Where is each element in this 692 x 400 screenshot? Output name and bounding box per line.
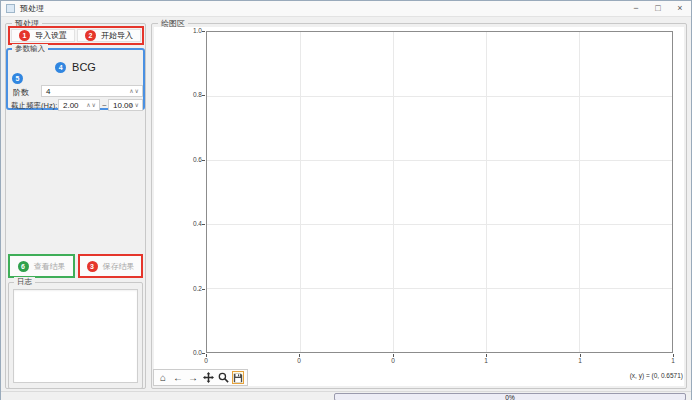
mpl-toolbar: ⌂ ← → — [153, 369, 248, 386]
zoom-icon[interactable] — [217, 371, 229, 384]
log-group: 日志 — [8, 282, 143, 389]
params-group: 参数输入 4 BCG 5 阶数 4 ∧ ∨ 截止频率(Hz): 2.00 ∧ ∨ — [6, 48, 145, 110]
y-tick — [202, 95, 205, 96]
y-tick — [202, 353, 205, 354]
app-icon — [6, 4, 15, 13]
gridline-v — [300, 32, 301, 352]
gridline-h — [207, 160, 672, 161]
params-group-label: 参数输入 — [12, 44, 48, 54]
save-results-button[interactable]: 3 保存结果 — [78, 254, 143, 278]
home-icon[interactable]: ⌂ — [157, 371, 169, 384]
signal-type-label: BCG — [72, 61, 96, 73]
import-settings-label: 导入设置 — [35, 30, 67, 41]
range-separator: ~ — [102, 101, 107, 110]
x-tick-label: 0 — [297, 357, 301, 364]
import-button-row: 1 导入设置 2 开始导入 — [8, 26, 144, 45]
maximize-button[interactable]: □ — [647, 1, 669, 17]
badge-2: 2 — [85, 30, 96, 41]
cutoff-low-spin-down-icon[interactable]: ∨ — [92, 100, 97, 111]
import-settings-button[interactable]: 1 导入设置 — [11, 29, 75, 42]
order-label: 阶数 — [13, 87, 29, 98]
save-icon[interactable] — [232, 371, 244, 384]
view-results-button[interactable]: 6 查看结果 — [8, 254, 75, 278]
x-tick-label: 0 — [391, 357, 395, 364]
minimize-button[interactable]: − — [625, 1, 647, 17]
y-tick-label: 0.0 — [184, 349, 202, 356]
start-import-label: 开始导入 — [101, 30, 133, 41]
cutoff-low-spinbox[interactable]: 2.00 ∧ ∨ — [58, 99, 100, 111]
x-tick-label: 1 — [578, 357, 582, 364]
gridline-v — [393, 32, 394, 352]
cutoff-low-value: 2.00 — [63, 101, 79, 110]
plot-axes[interactable] — [206, 31, 673, 353]
order-row: 阶数 4 ∧ ∨ — [8, 85, 143, 98]
y-tick-label: 0.6 — [184, 156, 202, 163]
badge-3: 3 — [87, 261, 98, 272]
x-tick-label: 1 — [671, 357, 675, 364]
x-tick-label: 1 — [484, 357, 488, 364]
y-tick-label: 0.8 — [184, 91, 202, 98]
titlebar: 预处理 − □ × — [1, 1, 691, 17]
x-tick-label: 0 — [204, 357, 208, 364]
save-results-label: 保存结果 — [103, 261, 135, 272]
gridline-v — [486, 32, 487, 352]
order-spinbox[interactable]: 4 ∧ ∨ — [41, 85, 143, 97]
order-spin-down-icon[interactable]: ∨ — [135, 86, 140, 97]
statusbar: 0% — [1, 391, 691, 400]
pan-icon[interactable] — [202, 371, 214, 384]
app-window: 预处理 − □ × 预处理 1 导入设置 2 开始导入 参数输入 4 BCG 5… — [0, 0, 692, 400]
gridline-h — [207, 288, 672, 289]
log-textarea[interactable] — [13, 289, 138, 383]
log-group-label: 日志 — [14, 277, 35, 287]
back-icon[interactable]: ← — [172, 371, 184, 384]
cutoff-high-spin-down-icon[interactable]: ∨ — [135, 100, 140, 111]
gridline-h — [207, 224, 672, 225]
start-import-button[interactable]: 2 开始导入 — [77, 29, 141, 42]
signal-type-row: 4 BCG — [8, 61, 143, 73]
gridline-h — [207, 96, 672, 97]
cutoff-row: 截止频率(Hz): 2.00 ∧ ∨ ~ 10.00 ∧ ∨ — [8, 99, 143, 112]
badge-4: 4 — [55, 62, 66, 73]
badge-6: 6 — [18, 261, 29, 272]
forward-icon[interactable]: → — [187, 371, 199, 384]
badge-5: 5 — [12, 73, 23, 84]
y-tick — [202, 31, 205, 32]
cutoff-label: 截止频率(Hz): — [11, 101, 57, 111]
y-tick-label: 0.4 — [184, 220, 202, 227]
cursor-coords-readout: (x, y) = (0, 0.6571) — [630, 372, 683, 379]
y-tick-label: 1.0 — [184, 27, 202, 34]
progress-bar: 0% — [334, 393, 686, 400]
order-value: 4 — [46, 87, 50, 96]
window-title: 预处理 — [20, 3, 44, 14]
y-tick — [202, 289, 205, 290]
cutoff-high-spinbox[interactable]: 10.00 ∧ ∨ — [108, 99, 143, 111]
y-tick — [202, 160, 205, 161]
y-tick — [202, 224, 205, 225]
gridline-v — [579, 32, 580, 352]
close-button[interactable]: × — [669, 1, 691, 17]
badge-1: 1 — [19, 30, 30, 41]
y-tick-label: 0.2 — [184, 285, 202, 292]
view-results-label: 查看结果 — [34, 261, 66, 272]
window-controls: − □ × — [625, 1, 691, 17]
